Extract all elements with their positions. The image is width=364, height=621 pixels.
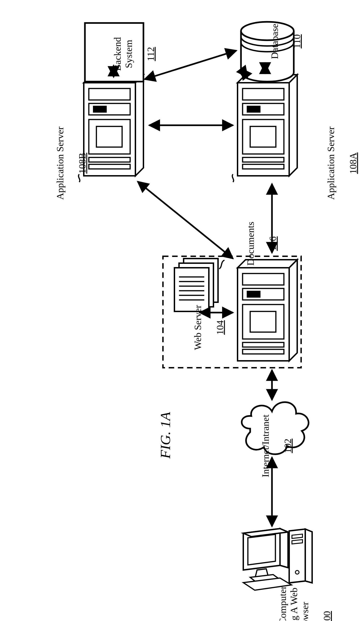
- database-ref: 110: [292, 34, 302, 48]
- client-label: Client Computer Running A Web Browser 10…: [266, 577, 303, 621]
- client-ref: 100: [322, 611, 332, 621]
- backend-ref: 112: [145, 47, 156, 61]
- appserver-a-label: Application Server 108A: [315, 120, 337, 207]
- documents-ref: 106: [268, 237, 278, 251]
- appserver-a-ref: 108A: [348, 152, 359, 174]
- svg-line-81: [249, 70, 262, 82]
- backend-label-text: Backend System: [112, 37, 134, 71]
- appserver-b-ref: 108B: [77, 153, 88, 174]
- appserver-b-label-text: Application Server: [55, 127, 65, 200]
- webserver-ref: 104: [215, 320, 225, 335]
- cloud-label-text: Internet/Intranet: [260, 414, 271, 477]
- appserver-a-label-text: Application Server: [326, 127, 336, 200]
- webserver-label-text: Web Server: [192, 305, 203, 350]
- cloud-ref: 102: [283, 439, 293, 453]
- documents-label-text: Documents: [245, 222, 256, 265]
- documents-label: Documents 106: [234, 214, 257, 274]
- cloud-label: Internet/Intranet 102: [249, 407, 272, 485]
- backend-label: Backend System 112: [101, 28, 131, 80]
- edge-appB-database: [144, 51, 237, 79]
- figure-label: FIG. 1A: [157, 399, 174, 459]
- figure-label-text: FIG. 1A: [158, 412, 173, 459]
- database-label: Database 110: [258, 15, 281, 68]
- database-label-text: Database: [269, 24, 280, 59]
- webserver-label: Web Server 104: [181, 298, 204, 357]
- appserver-b-label: Application Server 108B: [44, 120, 66, 207]
- diagram-page: Client Computer Running A Web Browser 10…: [0, 0, 364, 621]
